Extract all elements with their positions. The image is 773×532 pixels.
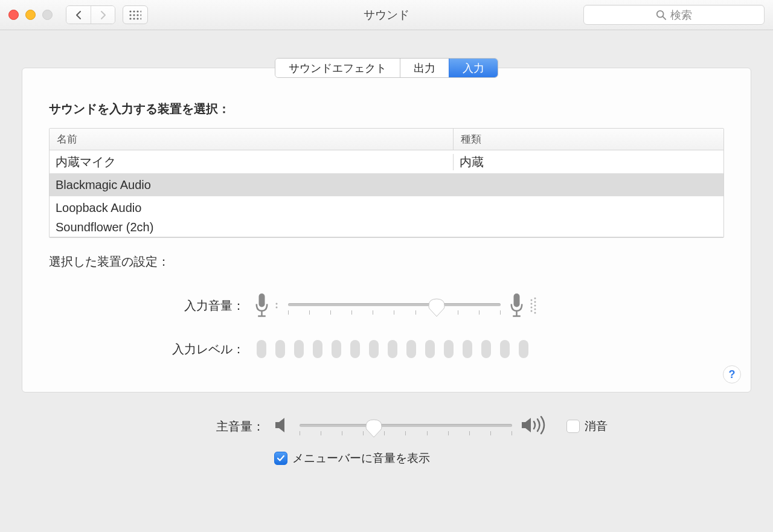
svg-point-8	[129, 18, 131, 19]
svg-point-27	[534, 301, 536, 303]
show-all-button[interactable]	[123, 5, 148, 24]
microphone-low-icon	[254, 292, 280, 319]
device-row[interactable]: Blackmagic Audio	[50, 173, 723, 196]
svg-point-9	[133, 18, 135, 19]
slider-thumb-icon	[365, 418, 382, 438]
svg-point-11	[140, 18, 141, 19]
svg-line-13	[663, 16, 666, 19]
forward-button	[91, 6, 115, 24]
svg-point-3	[140, 10, 141, 12]
settings-panel: サウンドを入力する装置を選択： 名前 種類 内蔵マイク 内蔵 Blackmagi…	[22, 68, 751, 393]
grid-icon	[129, 10, 141, 20]
device-row[interactable]: Soundflower (2ch)	[50, 219, 723, 237]
microphone-high-icon	[509, 292, 538, 319]
device-name: Soundflower (2ch)	[50, 220, 453, 234]
traffic-lights	[8, 10, 53, 20]
checkmark-icon	[277, 455, 285, 462]
back-button[interactable]	[66, 6, 91, 24]
close-window-button[interactable]	[8, 10, 19, 20]
svg-point-22	[531, 300, 533, 301]
tab-output[interactable]: 出力	[400, 59, 449, 77]
search-input[interactable]: 検索	[583, 5, 765, 25]
search-icon	[656, 10, 667, 21]
svg-point-12	[657, 10, 664, 17]
chevron-left-icon	[75, 10, 82, 20]
zoom-window-button	[42, 10, 53, 20]
svg-point-10	[136, 18, 138, 19]
speaker-loud-icon	[521, 415, 551, 438]
slider-thumb-icon	[428, 298, 445, 317]
search-placeholder: 検索	[670, 8, 692, 22]
tab-input[interactable]: 入力	[449, 59, 498, 77]
input-volume-label: 入力音量：	[49, 298, 254, 314]
tab-bar: サウンドエフェクト 出力 入力	[275, 58, 498, 78]
select-input-device-title: サウンドを入力する装置を選択：	[49, 101, 724, 117]
mute-checkbox[interactable]	[566, 420, 580, 433]
output-volume-slider[interactable]	[300, 414, 512, 438]
device-row[interactable]: 内蔵マイク 内蔵	[50, 150, 723, 173]
svg-point-1	[133, 10, 135, 12]
input-level-label: 入力レベル：	[49, 341, 254, 357]
device-name: 内蔵マイク	[50, 154, 453, 170]
svg-point-7	[140, 14, 141, 16]
mute-label: 消音	[585, 418, 608, 434]
svg-point-28	[534, 305, 536, 307]
selected-device-settings-label: 選択した装置の設定：	[49, 254, 724, 270]
window-titlebar: サウンド 検索	[0, 0, 773, 30]
svg-point-18	[276, 307, 278, 309]
minimize-window-button[interactable]	[25, 10, 36, 20]
tab-sound-effects[interactable]: サウンドエフェクト	[275, 59, 400, 77]
svg-rect-14	[259, 293, 265, 307]
input-level-meter	[254, 340, 528, 358]
svg-point-4	[129, 14, 131, 16]
device-table: 名前 種類 内蔵マイク 内蔵 Blackmagic Audio Loopback…	[49, 128, 724, 238]
svg-point-24	[531, 307, 533, 309]
svg-rect-19	[514, 293, 520, 307]
device-name: Loopback Audio	[50, 201, 453, 215]
device-row[interactable]: Loopback Audio	[50, 196, 723, 219]
svg-point-5	[133, 14, 135, 16]
nav-buttons	[66, 5, 115, 24]
column-name-header: 名前	[50, 129, 453, 150]
svg-point-29	[534, 309, 536, 310]
output-volume-label: 主音量：	[22, 418, 274, 435]
device-table-header: 名前 種類	[50, 129, 723, 150]
svg-point-30	[534, 312, 536, 314]
svg-point-23	[531, 303, 533, 305]
svg-point-25	[531, 310, 533, 312]
device-name: Blackmagic Audio	[50, 178, 453, 192]
help-button[interactable]: ?	[723, 365, 741, 383]
device-kind: 内蔵	[453, 154, 723, 170]
show-volume-in-menubar-label: メニューバーに音量を表示	[292, 450, 430, 466]
column-kind-header: 種類	[453, 129, 723, 150]
svg-point-0	[129, 10, 131, 12]
show-volume-in-menubar-checkbox[interactable]	[274, 452, 287, 465]
svg-point-26	[534, 298, 536, 300]
chevron-right-icon	[100, 10, 107, 20]
speaker-mute-icon	[274, 416, 291, 437]
svg-point-17	[276, 303, 278, 305]
svg-point-2	[136, 10, 138, 12]
svg-point-6	[136, 14, 138, 16]
input-volume-slider[interactable]	[288, 293, 501, 318]
